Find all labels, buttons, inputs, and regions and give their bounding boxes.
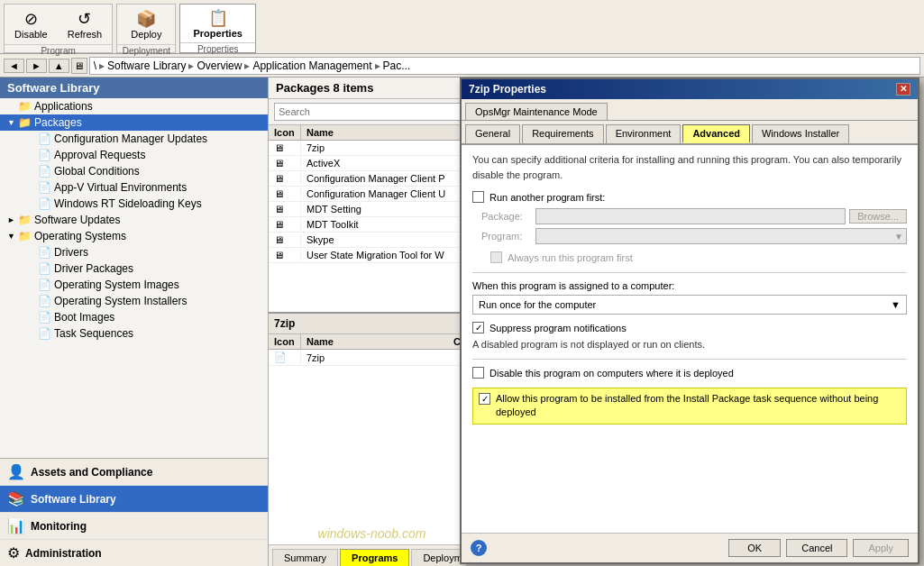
sidebar-item-label: Operating System Images: [54, 278, 179, 291]
back-button[interactable]: ◄: [4, 59, 24, 73]
sidebar-nav-label: Administration: [25, 547, 102, 560]
dialog-footer: ? OK Cancel Apply: [462, 533, 918, 562]
doc-icon: 📄: [38, 295, 51, 307]
sidebar-item-label: Drivers: [54, 246, 88, 259]
bottom-tabs: Summary Programs Deployments: [269, 544, 466, 566]
tab-summary[interactable]: Summary: [272, 549, 338, 566]
opsmgr-tab-bar: OpsMgr Maintenance Mode: [462, 99, 918, 121]
package-list: 🖥 7zip 🖥 ActiveX 🖥 Configuration Manager…: [269, 141, 466, 312]
sidebar-item-label: Applications: [34, 100, 93, 113]
tab-requirements[interactable]: Requirements: [522, 124, 603, 143]
list-item[interactable]: 🖥 Configuration Manager Client P: [269, 171, 466, 187]
opsmgr-tab[interactable]: OpsMgr Maintenance Mode: [465, 103, 608, 120]
sidebar-item-label: Task Sequences: [54, 327, 133, 340]
list-item[interactable]: 🖥 Configuration Manager Client U: [269, 187, 466, 202]
folder-icon: 📁: [18, 214, 32, 226]
sub-list-item[interactable]: 📄 7zip: [269, 350, 466, 366]
sidebar-nav-label: Monitoring: [31, 520, 87, 533]
search-input[interactable]: [274, 103, 461, 121]
deploy-icon: 📦: [136, 9, 156, 29]
ok-button[interactable]: OK: [728, 539, 781, 557]
sidebar-item-winrt[interactable]: 📄 Windows RT Sideloading Keys: [0, 196, 268, 212]
doc-icon: 📄: [38, 262, 51, 275]
dropdown-arrow-icon: ▼: [894, 232, 903, 242]
breadcrumb-overview: Overview: [197, 59, 242, 72]
folder-icon: 📁: [18, 116, 32, 129]
list-item[interactable]: 🖥 User State Migration Tool for W: [269, 248, 466, 263]
sidebar-item-drivers[interactable]: 📄 Drivers: [0, 244, 268, 260]
sidebar-item-label: Driver Packages: [54, 262, 133, 275]
doc-icon: 📄: [38, 246, 51, 259]
content-area: Packages 8 items Icon Name 🖥 7zip 🖥 Acti…: [269, 78, 467, 566]
sidebar-item-approval[interactable]: 📄 Approval Requests: [0, 147, 268, 163]
package-name: User State Migration Tool for W: [301, 249, 450, 261]
sidebar-item-label: Windows RT Sideloading Keys: [54, 197, 202, 210]
sidebar-nav-monitoring[interactable]: 📊 Monitoring: [0, 513, 268, 540]
expand-icon: ▼: [7, 118, 18, 127]
list-item[interactable]: 🖥 MDT Toolkit: [269, 217, 466, 233]
disable-computers-checkbox[interactable]: [472, 367, 484, 379]
disable-button[interactable]: ⊘ Disable: [5, 5, 58, 44]
package-name: Skype: [301, 233, 340, 246]
when-assigned-label: When this program is assigned to a compu…: [472, 280, 907, 291]
sidebar-item-boot-images[interactable]: 📄 Boot Images: [0, 309, 268, 325]
monitoring-icon: 📊: [7, 517, 25, 534]
suppress-checkbox[interactable]: ✓: [472, 322, 484, 333]
list-item[interactable]: 🖥 ActiveX: [269, 156, 466, 171]
sidebar-item-task-sequences[interactable]: 📄 Task Sequences: [0, 325, 268, 342]
sidebar-nav-administration[interactable]: ⚙ Administration: [0, 540, 268, 566]
tab-deployments[interactable]: Deployments: [411, 549, 467, 566]
sidebar-item-appv[interactable]: 📄 App-V Virtual Environments: [0, 179, 268, 196]
sidebar-item-packages[interactable]: ▼ 📁 Packages: [0, 114, 268, 131]
sidebar-item-os-images[interactable]: 📄 Operating System Images: [0, 277, 268, 293]
tab-general[interactable]: General: [465, 124, 520, 143]
breadcrumb-pac: Pac...: [383, 59, 411, 72]
sidebar-item-label: Software Updates: [34, 214, 120, 226]
package-name: MDT Setting: [301, 203, 367, 215]
tab-programs[interactable]: Programs: [340, 549, 409, 566]
sidebar-header: Software Library: [0, 78, 268, 98]
refresh-button[interactable]: ↺ Refresh: [58, 5, 113, 44]
program-field-row: Program: ▼: [472, 228, 907, 244]
sidebar-item-applications[interactable]: 📁 Applications: [0, 98, 268, 114]
sidebar-nav-label: Software Library: [31, 493, 116, 506]
sidebar-item-global-conditions[interactable]: 📄 Global Conditions: [0, 163, 268, 179]
sidebar-item-operating-systems[interactable]: ▼ 📁 Operating Systems: [0, 228, 268, 244]
deploy-button[interactable]: 📦 Deploy: [117, 5, 175, 44]
dialog-title: 7zip Properties: [469, 83, 546, 96]
list-item[interactable]: 🖥 Skype: [269, 233, 466, 248]
sidebar-nav-assets[interactable]: 👤 Assets and Compliance: [0, 459, 268, 486]
program-field-label: Program:: [481, 231, 535, 242]
sidebar-item-driver-packages[interactable]: 📄 Driver Packages: [0, 260, 268, 277]
tab-environment[interactable]: Environment: [606, 124, 682, 143]
sidebar-item-software-updates[interactable]: ► 📁 Software Updates: [0, 212, 268, 228]
sidebar-item-config-updates[interactable]: 📄 Configuration Manager Updates: [0, 131, 268, 147]
folder-icon: 📁: [18, 230, 32, 242]
list-item[interactable]: 🖥 7zip: [269, 141, 466, 156]
apply-button[interactable]: Apply: [853, 539, 909, 557]
sidebar-nav-software-library[interactable]: 📚 Software Library: [0, 486, 268, 513]
package-name: MDT Toolkit: [301, 218, 364, 231]
run-once-dropdown[interactable]: Run once for the computer ▼: [472, 295, 907, 315]
run-once-arrow-icon: ▼: [891, 299, 901, 310]
allow-task-label: Allow this program to be installed from …: [496, 392, 901, 420]
allow-task-checkbox[interactable]: ✓: [479, 393, 490, 405]
help-icon[interactable]: ?: [471, 540, 487, 556]
suppress-label: Suppress program notifications: [489, 323, 627, 333]
properties-section-label: Properties: [180, 42, 254, 55]
tab-advanced[interactable]: Advanced: [682, 124, 750, 143]
sidebar-item-os-installers[interactable]: 📄 Operating System Installers: [0, 293, 268, 309]
properties-button[interactable]: 📋 Properties: [180, 5, 254, 42]
tab-windows-installer[interactable]: Windows Installer: [752, 124, 849, 143]
cancel-button[interactable]: Cancel: [786, 539, 847, 557]
list-item[interactable]: 🖥 MDT Setting: [269, 202, 466, 217]
run-another-checkbox[interactable]: [472, 191, 484, 203]
col-icon: Icon: [269, 125, 301, 140]
forward-button[interactable]: ►: [26, 59, 47, 73]
dialog-close-button[interactable]: ✕: [896, 83, 910, 96]
administration-icon: ⚙: [7, 544, 20, 561]
up-button[interactable]: ▲: [49, 59, 69, 73]
col-name: Name: [301, 125, 466, 140]
toolbar: ⊘ Disable ↺ Refresh Program 📦 Deploy Dep…: [0, 0, 924, 54]
sidebar: Software Library 📁 Applications ▼ 📁 Pack…: [0, 78, 269, 566]
